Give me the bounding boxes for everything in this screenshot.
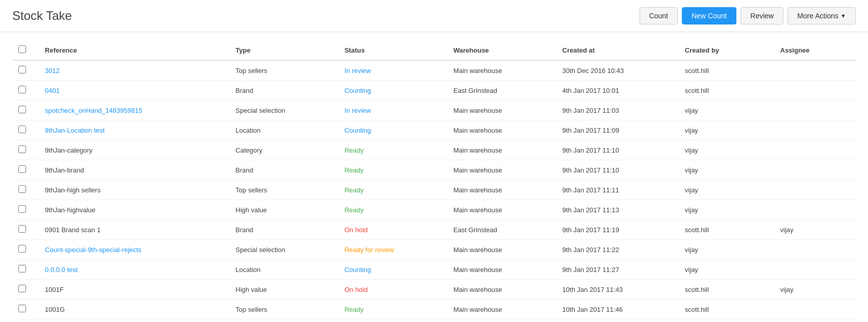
cell-created-at: 9th Jan 2017 11:27 [556, 260, 679, 280]
cell-created-by: scott.hill [679, 81, 774, 101]
cell-reference: 9thJan-highvalue [39, 200, 229, 220]
cell-reference: 0901 Brand scan 1 [39, 220, 229, 240]
reference-link[interactable]: 0401 [45, 87, 60, 94]
cell-warehouse: Main warehouse [447, 260, 556, 280]
cell-type: Brand [229, 160, 339, 180]
cell-assignee [774, 81, 856, 101]
count-button[interactable]: Count [640, 7, 678, 24]
new-count-button[interactable]: New Count [682, 7, 736, 24]
review-button[interactable]: Review [741, 7, 783, 24]
cell-warehouse: Main warehouse [447, 160, 556, 180]
cell-reference: 9thJan-high sellers [39, 180, 229, 200]
cell-created-by: vijay [679, 260, 774, 280]
cell-reference[interactable]: 3012 [39, 60, 229, 81]
cell-status: Ready [338, 160, 447, 180]
cell-type: Location [229, 260, 339, 280]
cell-reference[interactable]: spotcheck_onHand_1483959815 [39, 101, 229, 120]
cell-type: Brand [229, 81, 339, 101]
chevron-down-icon: ▼ [840, 13, 846, 19]
row-checkbox[interactable] [18, 265, 26, 273]
cell-warehouse: Main warehouse [447, 240, 556, 260]
table-row: Count-special-9th-special-rejectsSpecial… [12, 240, 856, 260]
row-checkbox[interactable] [18, 225, 26, 233]
row-checkbox[interactable] [18, 185, 26, 193]
cell-created-by: scott.hill [679, 220, 774, 240]
cell-created-by: vijay [679, 180, 774, 200]
row-checkbox[interactable] [18, 66, 26, 73]
cell-created-at: 4th Jan 2017 10:01 [556, 81, 679, 101]
cell-type: Top sellers [229, 60, 339, 81]
table-row: 9thJan-high sellersTop sellersReadyMain … [12, 180, 856, 200]
cell-created-at: 9th Jan 2017 11:19 [556, 220, 679, 240]
row-checkbox[interactable] [18, 86, 26, 93]
cell-created-by: scott.hill [679, 300, 774, 319]
cell-created-at: 10th Jan 2017 11:43 [556, 280, 679, 300]
cell-warehouse: Main warehouse [447, 140, 556, 160]
cell-status: In review [338, 101, 447, 120]
cell-created-at: 9th Jan 2017 11:11 [556, 180, 679, 200]
row-checkbox[interactable] [18, 305, 26, 312]
cell-warehouse: East Grinstead [447, 220, 556, 240]
reference-link[interactable]: 0.0.0.0 test [45, 266, 78, 274]
cell-assignee [774, 240, 856, 260]
cell-created-at: 9th Jan 2017 11:22 [556, 240, 679, 260]
more-actions-button[interactable]: More Actions ▼ [787, 7, 856, 24]
cell-warehouse: Main warehouse [447, 120, 556, 140]
cell-type: Special selection [229, 101, 339, 120]
cell-reference: 9thJan-category [39, 140, 229, 160]
cell-reference[interactable]: Count-special-9th-special-rejects [39, 240, 229, 260]
reference-link[interactable]: spotcheck_onHand_1483959815 [45, 107, 142, 114]
table-row: 1001GTop sellersReadyMain warehouse10th … [12, 300, 856, 319]
row-checkbox[interactable] [18, 205, 26, 213]
cell-assignee [774, 101, 856, 120]
reference-link[interactable]: 9thJan-Location test [45, 127, 105, 134]
cell-assignee [774, 260, 856, 280]
cell-warehouse: Main warehouse [447, 300, 556, 319]
cell-reference[interactable]: 9thJan-Location test [39, 120, 229, 140]
cell-status: On hold [338, 280, 447, 300]
table-row: 9thJan-highvalueHigh valueReadyMain ware… [12, 200, 856, 220]
cell-warehouse: Main warehouse [447, 280, 556, 300]
cell-created-by: vijay [679, 140, 774, 160]
reference-link[interactable]: Count-special-9th-special-rejects [45, 246, 141, 254]
cell-created-at: 9th Jan 2017 11:03 [556, 101, 679, 120]
row-checkbox[interactable] [18, 145, 26, 153]
header-actions: Count New Count Review More Actions ▼ [640, 7, 856, 24]
table-row: 0901 Brand scan 1BrandOn holdEast Grinst… [12, 220, 856, 240]
table-row: 1001FHigh valueOn holdMain warehouse10th… [12, 280, 856, 300]
stock-take-table: Reference Type Status Warehouse Created … [12, 40, 856, 319]
table-row: 0.0.0.0 testLocationCountingMain warehou… [12, 260, 856, 280]
cell-created-at: 9th Jan 2017 11:10 [556, 160, 679, 180]
cell-type: Location [229, 120, 339, 140]
cell-type: Special selection [229, 240, 339, 260]
col-header-type: Type [229, 40, 339, 60]
col-header-assignee: Assignee [774, 40, 856, 60]
row-checkbox[interactable] [18, 285, 26, 292]
cell-created-by: vijay [679, 240, 774, 260]
row-checkbox[interactable] [18, 245, 26, 253]
row-checkbox[interactable] [18, 126, 26, 133]
cell-created-by: vijay [679, 101, 774, 120]
cell-created-at: 9th Jan 2017 11:09 [556, 120, 679, 140]
col-header-created-by: Created by [679, 40, 774, 60]
col-header-created-at: Created at [556, 40, 679, 60]
cell-status: Ready for review [338, 240, 447, 260]
cell-created-by: scott.hill [679, 280, 774, 300]
header-checkbox-cell [12, 40, 39, 60]
cell-status: Ready [338, 200, 447, 220]
cell-reference[interactable]: 0401 [39, 81, 229, 101]
cell-reference[interactable]: 0.0.0.0 test [39, 260, 229, 280]
row-checkbox[interactable] [18, 106, 26, 113]
cell-assignee [774, 200, 856, 220]
cell-created-at: 10th Jan 2017 11:46 [556, 300, 679, 319]
cell-warehouse: Main warehouse [447, 60, 556, 81]
row-checkbox[interactable] [18, 165, 26, 173]
reference-link[interactable]: 3012 [45, 67, 60, 75]
cell-type: High value [229, 280, 339, 300]
select-all-checkbox[interactable] [18, 45, 26, 53]
cell-type: Top sellers [229, 180, 339, 200]
table-row: spotcheck_onHand_1483959815Special selec… [12, 101, 856, 120]
cell-status: Ready [338, 300, 447, 319]
cell-status: Ready [338, 180, 447, 200]
cell-assignee [774, 160, 856, 180]
